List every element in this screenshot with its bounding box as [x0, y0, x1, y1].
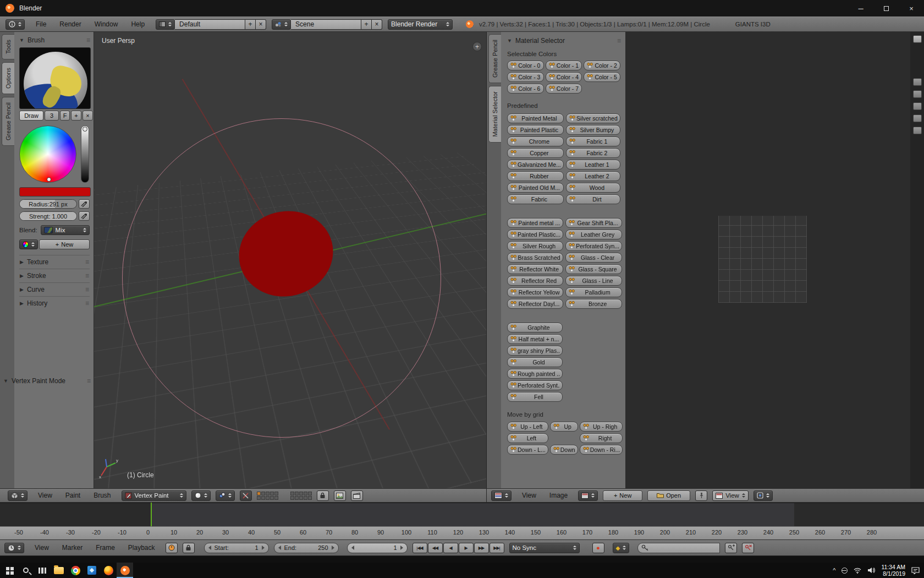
panel-stroke-header[interactable]: ▶Stroke≡	[19, 269, 90, 282]
auto-keying-dropdown[interactable]: ◆	[613, 543, 630, 553]
image-menu-image[interactable]: Image	[544, 490, 573, 501]
image-editor-canvas[interactable]	[625, 32, 910, 488]
end-frame-field[interactable]: End: 250	[274, 543, 339, 553]
material-button-reflector-dayl[interactable]: Reflector Dayl...	[507, 299, 563, 309]
shelf-tab-grease-pencil[interactable]: Grease Pencil	[2, 97, 14, 146]
material-button-painted-metal[interactable]: Painted Metal	[507, 113, 564, 123]
display-channels-dropdown[interactable]	[754, 490, 773, 501]
texture-new-button[interactable]: + New	[39, 239, 90, 249]
vertex-paint-mode-panel-header[interactable]: ▼ Vertex Paint Mode ≡	[3, 375, 90, 386]
menu-file[interactable]: File	[30, 19, 52, 30]
radius-pressure-button[interactable]	[79, 199, 90, 209]
material-selector-header[interactable]: ▼ Material Selector ≡	[507, 35, 620, 46]
properties-tab-icon[interactable]	[913, 78, 922, 86]
play-button[interactable]: ▶	[459, 543, 474, 553]
prev-keyframe-button[interactable]: ◀◀	[428, 543, 443, 553]
material-button-gold[interactable]: Gold	[507, 357, 563, 367]
material-button-dirt[interactable]: Dirt	[566, 194, 620, 204]
timeline-menu-marker[interactable]: Marker	[57, 542, 88, 553]
active-color-swatch[interactable]	[19, 187, 91, 197]
viewport-shading-dropdown[interactable]	[191, 490, 211, 501]
hsv-color-wheel[interactable]	[19, 126, 76, 183]
properties-tab-icon[interactable]	[913, 102, 922, 110]
hidden-icons-caret[interactable]: ^	[833, 567, 835, 574]
image-browse-dropdown[interactable]	[578, 490, 598, 501]
region-corner-icon[interactable]	[913, 35, 922, 43]
editor-type-image-dropdown[interactable]	[491, 490, 512, 501]
panel-curve-header[interactable]: ▶Curve≡	[19, 282, 90, 296]
brush-preview[interactable]	[19, 47, 91, 109]
value-slider-knob[interactable]	[82, 127, 87, 132]
insert-keyframe-button[interactable]	[725, 543, 737, 553]
taskbar-file-explorer-button[interactable]	[51, 563, 67, 578]
panel-history-header[interactable]: ▶History≡	[19, 296, 90, 310]
wifi-icon[interactable]	[854, 568, 861, 574]
lock-camera-button[interactable]	[317, 490, 329, 501]
decrement-icon[interactable]	[208, 546, 211, 550]
render-engine-dropdown[interactable]: Blender Render	[388, 19, 453, 30]
blend-mode-dropdown[interactable]: Mix	[41, 225, 90, 235]
move-button-up-left[interactable]: Up - Left	[507, 422, 548, 432]
material-button-painted-plastic[interactable]: Painted Plastic	[507, 125, 564, 135]
scene-field[interactable]: Scene	[291, 19, 361, 30]
properties-tab-icon[interactable]	[913, 114, 922, 122]
increment-icon[interactable]	[262, 546, 265, 550]
move-button-right[interactable]: Right	[580, 433, 623, 443]
move-button-down[interactable]: Down	[550, 445, 578, 455]
scene-add-button[interactable]: +	[361, 19, 372, 30]
viewport-menu-paint[interactable]: Paint	[60, 490, 86, 501]
image-menu-view[interactable]: View	[516, 490, 542, 501]
taskbar-task-view-button[interactable]	[34, 563, 51, 578]
material-button-wood[interactable]: Wood	[566, 183, 620, 193]
radius-slider[interactable]: Radius:291 px	[19, 199, 77, 209]
material-button-fell[interactable]: Fell	[507, 392, 563, 402]
record-button[interactable]: ●	[592, 543, 604, 553]
delete-keyframe-button[interactable]	[742, 543, 754, 553]
material-button-fabric[interactable]: Fabric	[507, 194, 564, 204]
color-button-color-6[interactable]: Color - 6	[507, 84, 544, 94]
timeline-band[interactable]	[0, 503, 924, 526]
render-opengl-anim-button[interactable]	[351, 490, 363, 501]
properties-tab-icon[interactable]	[913, 90, 922, 98]
material-button-painted-metal[interactable]: Painted metal ...	[507, 218, 563, 228]
uv-image-editor[interactable]: Grease PencilMaterial Selector ▼ Materia…	[486, 32, 924, 488]
color-button-color-1[interactable]: Color - 1	[546, 61, 582, 70]
menu-window[interactable]: Window	[89, 19, 124, 30]
taskbar-photos-button[interactable]	[84, 563, 100, 578]
material-button-reflector-yellow[interactable]: Reflector Yellow	[507, 287, 563, 297]
start-frame-field[interactable]: Start: 1	[204, 543, 269, 553]
material-button-chrome[interactable]: Chrome	[507, 137, 564, 146]
shelf-tab-options[interactable]: Options	[2, 62, 14, 94]
material-button-fabric-1[interactable]: Fabric 1	[566, 137, 620, 146]
material-button-leather-1[interactable]: Leather 1	[566, 160, 620, 170]
viewport-menu-view[interactable]: View	[32, 490, 58, 501]
next-keyframe-button[interactable]: ▶▶	[474, 543, 489, 553]
taskbar-clock[interactable]: 11:34 AM 8/1/2019	[881, 564, 905, 577]
material-button-silver-bumpy[interactable]: Silver Bumpy	[566, 125, 620, 135]
editor-type-3dview-dropdown[interactable]	[8, 490, 28, 501]
image-open-button[interactable]: Open	[647, 490, 690, 501]
volume-icon[interactable]	[867, 567, 875, 574]
color-wheel-cursor[interactable]	[47, 177, 51, 182]
scene-browse-dropdown[interactable]	[272, 19, 291, 30]
material-button-rubber[interactable]: Rubber	[507, 171, 564, 181]
image-shelf-tab-material-selector[interactable]: Material Selector	[488, 86, 501, 143]
move-button-up-righ[interactable]: Up - Righ	[580, 422, 623, 432]
jump-end-button[interactable]: ▶▶|	[490, 543, 504, 553]
current-frame-field[interactable]: 1	[347, 543, 408, 553]
material-button-half-metal-n[interactable]: Half metal + n...	[507, 334, 563, 344]
color-button-color-5[interactable]: Color - 5	[584, 72, 620, 82]
increment-icon[interactable]	[400, 546, 403, 550]
move-button-up[interactable]: Up	[550, 422, 578, 432]
strength-slider[interactable]: Strengt: 1.000	[19, 211, 77, 221]
taskbar-firefox-button[interactable]	[100, 563, 117, 578]
material-button-perforated-syn[interactable]: Perforated Syn...	[565, 241, 622, 251]
interaction-mode-dropdown[interactable]: Vertex Paint	[122, 490, 186, 501]
decrement-icon[interactable]	[351, 546, 354, 550]
timeline-menu-frame[interactable]: Frame	[90, 542, 120, 553]
material-button-copper[interactable]: Copper	[507, 148, 564, 158]
material-button-glass-line[interactable]: Glass - Line	[565, 276, 622, 286]
image-shelf-tab-grease-pencil[interactable]: Grease Pencil	[488, 34, 501, 83]
screen-layout-delete-button[interactable]: ×	[256, 19, 266, 30]
brush-users-button[interactable]: 3	[45, 111, 59, 121]
